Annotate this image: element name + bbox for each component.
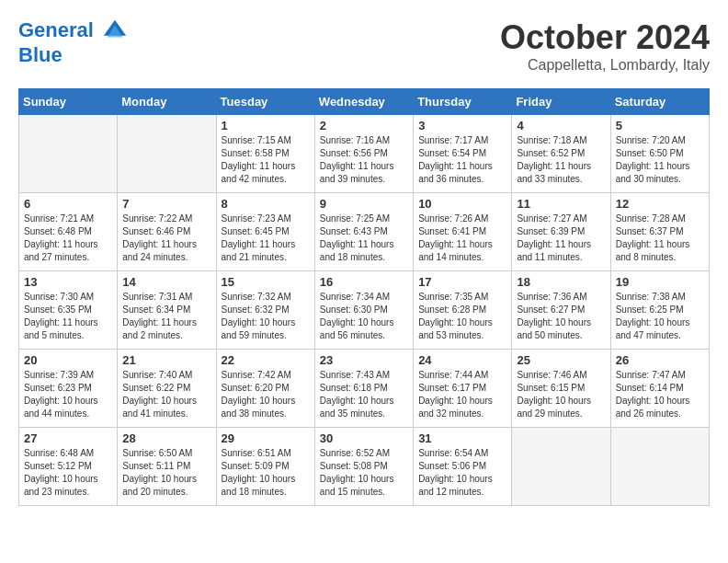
calendar-header-row: SundayMondayTuesdayWednesdayThursdayFrid… xyxy=(19,89,710,115)
logo-icon xyxy=(102,18,128,44)
day-number: 9 xyxy=(320,197,408,211)
day-number: 29 xyxy=(222,431,310,445)
calendar-day-cell: 25Sunrise: 7:46 AM Sunset: 6:15 PM Dayli… xyxy=(512,350,610,428)
calendar-day-cell: 23Sunrise: 7:43 AM Sunset: 6:18 PM Dayli… xyxy=(314,350,413,428)
calendar-week-row: 13Sunrise: 7:30 AM Sunset: 6:35 PM Dayli… xyxy=(19,271,710,350)
calendar-day-cell: 4Sunrise: 7:18 AM Sunset: 6:52 PM Daylig… xyxy=(512,115,610,193)
calendar-day-cell: 8Sunrise: 7:23 AM Sunset: 6:45 PM Daylig… xyxy=(216,193,314,271)
month-title: October 2024 xyxy=(500,18,710,57)
calendar-day-cell: 17Sunrise: 7:35 AM Sunset: 6:28 PM Dayli… xyxy=(414,271,512,350)
day-info: Sunrise: 7:46 AM Sunset: 6:15 PM Dayligh… xyxy=(517,369,605,420)
calendar-day-cell xyxy=(19,115,118,193)
day-number: 2 xyxy=(320,119,408,132)
day-info: Sunrise: 7:43 AM Sunset: 6:18 PM Dayligh… xyxy=(320,369,408,420)
day-number: 17 xyxy=(418,275,506,289)
day-info: Sunrise: 7:16 AM Sunset: 6:56 PM Dayligh… xyxy=(320,134,408,186)
calendar-day-cell: 28Sunrise: 6:50 AM Sunset: 5:11 PM Dayli… xyxy=(118,428,216,506)
day-info: Sunrise: 6:48 AM Sunset: 5:12 PM Dayligh… xyxy=(24,447,112,499)
day-info: Sunrise: 7:25 AM Sunset: 6:43 PM Dayligh… xyxy=(320,213,408,264)
calendar-day-cell: 16Sunrise: 7:34 AM Sunset: 6:30 PM Dayli… xyxy=(314,271,413,350)
day-info: Sunrise: 7:40 AM Sunset: 6:22 PM Dayligh… xyxy=(122,369,210,420)
day-info: Sunrise: 6:50 AM Sunset: 5:11 PM Dayligh… xyxy=(122,447,210,499)
weekday-header: Friday xyxy=(512,89,610,115)
calendar-day-cell: 24Sunrise: 7:44 AM Sunset: 6:17 PM Dayli… xyxy=(414,350,512,428)
calendar-day-cell: 20Sunrise: 7:39 AM Sunset: 6:23 PM Dayli… xyxy=(19,350,118,428)
calendar-day-cell: 6Sunrise: 7:21 AM Sunset: 6:48 PM Daylig… xyxy=(19,193,118,271)
calendar-week-row: 20Sunrise: 7:39 AM Sunset: 6:23 PM Dayli… xyxy=(19,350,710,428)
day-info: Sunrise: 7:42 AM Sunset: 6:20 PM Dayligh… xyxy=(222,369,310,420)
day-info: Sunrise: 7:22 AM Sunset: 6:46 PM Dayligh… xyxy=(122,213,210,264)
page-header: General Blue October 2024 Cappelletta, L… xyxy=(18,18,710,74)
day-number: 28 xyxy=(122,431,210,445)
day-info: Sunrise: 7:30 AM Sunset: 6:35 PM Dayligh… xyxy=(24,291,112,342)
calendar-day-cell: 12Sunrise: 7:28 AM Sunset: 6:37 PM Dayli… xyxy=(610,193,709,271)
day-info: Sunrise: 7:18 AM Sunset: 6:52 PM Dayligh… xyxy=(517,134,605,186)
day-info: Sunrise: 7:36 AM Sunset: 6:27 PM Dayligh… xyxy=(517,291,605,342)
calendar-day-cell: 1Sunrise: 7:15 AM Sunset: 6:58 PM Daylig… xyxy=(216,115,314,193)
day-number: 19 xyxy=(616,275,704,289)
day-number: 18 xyxy=(517,275,605,289)
day-number: 5 xyxy=(616,119,704,132)
calendar-day-cell: 18Sunrise: 7:36 AM Sunset: 6:27 PM Dayli… xyxy=(512,271,610,350)
day-number: 31 xyxy=(418,431,506,445)
calendar-week-row: 1Sunrise: 7:15 AM Sunset: 6:58 PM Daylig… xyxy=(19,115,710,193)
day-number: 22 xyxy=(222,353,310,367)
day-info: Sunrise: 7:27 AM Sunset: 6:39 PM Dayligh… xyxy=(517,213,605,264)
calendar-day-cell: 11Sunrise: 7:27 AM Sunset: 6:39 PM Dayli… xyxy=(512,193,610,271)
calendar-day-cell: 2Sunrise: 7:16 AM Sunset: 6:56 PM Daylig… xyxy=(314,115,413,193)
calendar-day-cell xyxy=(118,115,216,193)
day-info: Sunrise: 7:44 AM Sunset: 6:17 PM Dayligh… xyxy=(418,369,506,420)
day-number: 3 xyxy=(418,119,506,132)
day-info: Sunrise: 7:39 AM Sunset: 6:23 PM Dayligh… xyxy=(24,369,112,420)
location-title: Cappelletta, Lombardy, Italy xyxy=(500,57,710,74)
logo-blue: Blue xyxy=(18,44,128,66)
day-info: Sunrise: 6:54 AM Sunset: 5:06 PM Dayligh… xyxy=(418,447,506,499)
day-number: 1 xyxy=(222,119,310,132)
day-info: Sunrise: 7:23 AM Sunset: 6:45 PM Dayligh… xyxy=(222,213,310,264)
day-info: Sunrise: 7:47 AM Sunset: 6:14 PM Dayligh… xyxy=(616,369,704,420)
day-number: 10 xyxy=(418,197,506,211)
day-info: Sunrise: 6:51 AM Sunset: 5:09 PM Dayligh… xyxy=(222,447,310,499)
calendar-day-cell: 7Sunrise: 7:22 AM Sunset: 6:46 PM Daylig… xyxy=(118,193,216,271)
logo-text: General xyxy=(18,18,128,44)
calendar-day-cell: 26Sunrise: 7:47 AM Sunset: 6:14 PM Dayli… xyxy=(610,350,709,428)
day-number: 4 xyxy=(517,119,605,132)
calendar-day-cell xyxy=(610,428,709,506)
calendar-day-cell: 30Sunrise: 6:52 AM Sunset: 5:08 PM Dayli… xyxy=(314,428,413,506)
day-info: Sunrise: 7:21 AM Sunset: 6:48 PM Dayligh… xyxy=(24,213,112,264)
calendar-day-cell: 3Sunrise: 7:17 AM Sunset: 6:54 PM Daylig… xyxy=(414,115,512,193)
day-info: Sunrise: 7:20 AM Sunset: 6:50 PM Dayligh… xyxy=(616,134,704,186)
day-number: 16 xyxy=(320,275,408,289)
day-info: Sunrise: 7:35 AM Sunset: 6:28 PM Dayligh… xyxy=(418,291,506,342)
day-number: 14 xyxy=(122,275,210,289)
day-number: 11 xyxy=(517,197,605,211)
calendar-week-row: 27Sunrise: 6:48 AM Sunset: 5:12 PM Dayli… xyxy=(19,428,710,506)
day-info: Sunrise: 7:31 AM Sunset: 6:34 PM Dayligh… xyxy=(122,291,210,342)
day-number: 30 xyxy=(320,431,408,445)
weekday-header: Sunday xyxy=(19,89,118,115)
logo: General Blue xyxy=(18,18,128,66)
title-block: October 2024 Cappelletta, Lombardy, Ital… xyxy=(500,18,710,74)
day-number: 24 xyxy=(418,353,506,367)
day-number: 8 xyxy=(222,197,310,211)
day-number: 7 xyxy=(122,197,210,211)
calendar-day-cell: 27Sunrise: 6:48 AM Sunset: 5:12 PM Dayli… xyxy=(19,428,118,506)
calendar-day-cell: 21Sunrise: 7:40 AM Sunset: 6:22 PM Dayli… xyxy=(118,350,216,428)
day-info: Sunrise: 7:26 AM Sunset: 6:41 PM Dayligh… xyxy=(418,213,506,264)
weekday-header: Wednesday xyxy=(314,89,413,115)
day-number: 21 xyxy=(122,353,210,367)
calendar-day-cell: 31Sunrise: 6:54 AM Sunset: 5:06 PM Dayli… xyxy=(414,428,512,506)
calendar-day-cell: 29Sunrise: 6:51 AM Sunset: 5:09 PM Dayli… xyxy=(216,428,314,506)
day-number: 12 xyxy=(616,197,704,211)
calendar-day-cell: 9Sunrise: 7:25 AM Sunset: 6:43 PM Daylig… xyxy=(314,193,413,271)
day-info: Sunrise: 7:17 AM Sunset: 6:54 PM Dayligh… xyxy=(418,134,506,186)
day-number: 20 xyxy=(24,353,112,367)
weekday-header: Monday xyxy=(118,89,216,115)
weekday-header: Tuesday xyxy=(216,89,314,115)
day-info: Sunrise: 6:52 AM Sunset: 5:08 PM Dayligh… xyxy=(320,447,408,499)
day-info: Sunrise: 7:34 AM Sunset: 6:30 PM Dayligh… xyxy=(320,291,408,342)
calendar-day-cell: 5Sunrise: 7:20 AM Sunset: 6:50 PM Daylig… xyxy=(610,115,709,193)
day-number: 25 xyxy=(517,353,605,367)
day-info: Sunrise: 7:15 AM Sunset: 6:58 PM Dayligh… xyxy=(222,134,310,186)
weekday-header: Thursday xyxy=(414,89,512,115)
